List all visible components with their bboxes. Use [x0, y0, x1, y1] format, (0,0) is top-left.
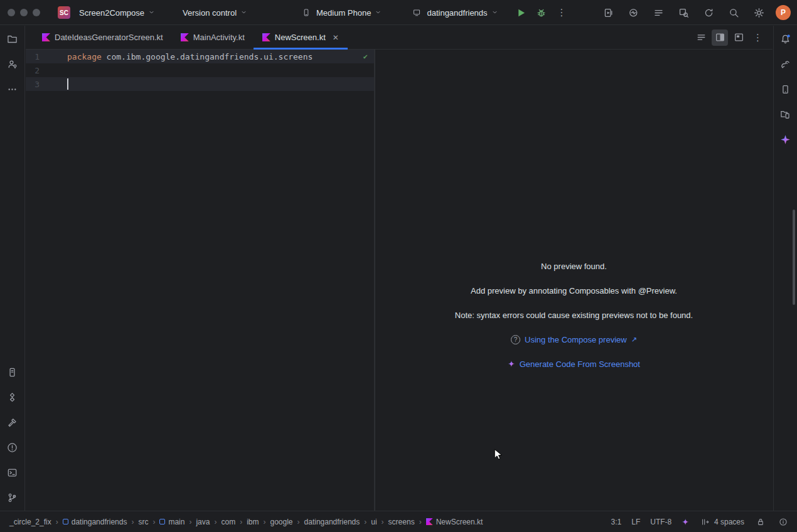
breadcrumb-chevron-icon: › [213, 518, 217, 526]
breadcrumb-chevron-icon: › [363, 518, 367, 526]
tab-label: NewScreen.kt [275, 33, 326, 42]
breadcrumb-chevron-icon: › [381, 518, 385, 526]
app-quality-insights-icon[interactable] [4, 389, 21, 405]
terminal-icon[interactable] [4, 464, 21, 481]
device-selector-label: Medium Phone [316, 8, 371, 18]
breadcrumb-chevron-icon: › [55, 518, 59, 526]
run-configuration-selector[interactable]: datingandfriends [407, 4, 501, 21]
generate-code-link[interactable]: Generate Code From Screenshot [520, 359, 640, 369]
tab-dateideasgeneratorscreen[interactable]: DateIdeasGeneratorScreen.kt [33, 26, 172, 49]
lock-icon[interactable] [754, 516, 767, 528]
breadcrumb-chevron-icon: › [419, 518, 422, 526]
app-inspection-icon[interactable] [675, 4, 692, 21]
version-control-menu[interactable]: Version control [179, 6, 251, 20]
close-tab-icon[interactable]: ✕ [333, 33, 339, 42]
breadcrumb-label: datingandfriends [304, 518, 360, 526]
device-explorer-icon[interactable] [4, 364, 21, 380]
encoding-widget[interactable]: UTF-8 [650, 518, 671, 526]
gemini-icon[interactable] [778, 131, 794, 147]
device-selector[interactable]: Medium Phone [296, 4, 385, 21]
build-icon[interactable] [4, 414, 21, 430]
breadcrumb-item[interactable]: datingandfriends [302, 516, 362, 528]
project-name: Screen2Compose [79, 8, 144, 18]
compose-preview-panel: No preview found. Add preview by annotat… [375, 50, 773, 511]
breadcrumb-item[interactable]: main [158, 516, 186, 528]
keyword-token: package [67, 52, 102, 61]
inspection-status-check-icon[interactable]: ✔ [363, 52, 368, 61]
breadcrumb-label: _circle_2_fix [9, 518, 51, 526]
code-editor[interactable]: 1 package com.ibm.google.datingandfriend… [26, 50, 374, 511]
gradle-icon[interactable] [778, 56, 794, 72]
indent-widget[interactable]: 4 spaces [699, 516, 744, 528]
tab-newscreen[interactable]: NewScreen.kt ✕ [254, 26, 348, 49]
project-selector[interactable]: Screen2Compose [75, 6, 159, 20]
debug-button[interactable] [533, 4, 550, 21]
run-button[interactable] [513, 4, 530, 21]
cursor-position-widget[interactable]: 3:1 [611, 518, 622, 526]
tab-mainactivity[interactable]: MainActivity.kt [172, 26, 254, 49]
breadcrumb-chevron-icon: › [131, 518, 134, 526]
compose-preview-help-link[interactable]: Using the Compose preview [525, 335, 627, 344]
breadcrumb-item[interactable]: java [194, 516, 211, 528]
search-icon[interactable] [725, 4, 742, 21]
main-area: DateIdeasGeneratorScreen.kt MainActivity… [26, 26, 773, 511]
breadcrumb-item[interactable]: src [136, 516, 150, 528]
breadcrumb-item[interactable]: ibm [245, 516, 260, 528]
breadcrumb-item[interactable]: google [268, 516, 294, 528]
problems-icon[interactable] [4, 439, 21, 455]
editor-tabbar: DateIdeasGeneratorScreen.kt MainActivity… [26, 26, 773, 50]
breadcrumb-item[interactable]: _circle_2_fix [8, 516, 53, 528]
module-device-icon [410, 6, 423, 19]
logcat-icon[interactable] [650, 4, 666, 21]
preview-note: Note: syntax errors could cause existing… [375, 311, 773, 320]
more-actions-button[interactable]: ⋮ [554, 7, 570, 18]
gradle-sync-icon[interactable] [700, 4, 717, 21]
editor-options-icon[interactable]: ⋮ [749, 32, 766, 43]
breadcrumb-label: ui [371, 518, 377, 526]
notifications-icon[interactable] [778, 31, 794, 47]
editor-line-1: 1 package com.ibm.google.datingandfriend… [26, 50, 374, 63]
user-avatar[interactable]: P [776, 5, 791, 20]
breadcrumb-label: screens [388, 518, 415, 526]
line-separator-widget[interactable]: LF [631, 518, 640, 526]
project-tool-icon[interactable] [4, 31, 21, 47]
device-manager-icon[interactable] [778, 81, 794, 97]
breadcrumb-item[interactable]: ui [369, 516, 378, 528]
code-view-icon[interactable] [693, 29, 709, 46]
design-view-icon[interactable] [730, 29, 747, 46]
info-circle-icon[interactable] [777, 516, 789, 528]
breadcrumb-chevron-icon: › [239, 518, 243, 526]
run-controls: ⋮ [513, 4, 570, 21]
more-tool-windows-icon[interactable] [4, 81, 21, 97]
gemini-status-icon[interactable]: ✦ [682, 517, 689, 527]
version-control-icon[interactable] [4, 489, 21, 506]
left-tool-stripe [0, 26, 25, 511]
breadcrumb-item[interactable]: NewScreen.kt [424, 516, 485, 528]
device-file-explorer-icon[interactable] [778, 106, 794, 122]
line-number: 3 [26, 80, 40, 89]
running-devices-icon[interactable] [600, 4, 616, 21]
breadcrumb-label: NewScreen.kt [436, 518, 483, 526]
breadcrumb-item[interactable]: datingandfriends [61, 516, 129, 528]
tab-label: MainActivity.kt [193, 33, 245, 42]
titlebar-left: SC Screen2Compose Version control [8, 0, 251, 25]
indent-icon [699, 516, 712, 528]
zoom-window-button[interactable] [33, 9, 40, 16]
breadcrumb-label: main [168, 518, 185, 526]
profiler-icon[interactable] [625, 4, 641, 21]
resource-manager-icon[interactable] [4, 56, 21, 72]
settings-icon[interactable] [751, 4, 767, 21]
kotlin-file-icon [181, 33, 189, 41]
scrollbar-thumb[interactable] [793, 210, 795, 305]
breadcrumb-item[interactable]: com [219, 516, 237, 528]
close-window-button[interactable] [8, 9, 15, 16]
version-control-label: Version control [183, 8, 237, 18]
window-controls [8, 9, 40, 16]
breadcrumb-item[interactable]: screens [387, 516, 417, 528]
android-studio-window: { "colors": { "accent": "#3574f0", "link… [0, 0, 797, 532]
split-view-icon[interactable] [712, 29, 728, 46]
titlebar: SC Screen2Compose Version control Medium… [0, 0, 797, 25]
minimize-window-button[interactable] [20, 9, 28, 16]
statusbar-widgets: 3:1 LF UTF-8 ✦ 4 spaces [611, 516, 789, 528]
editor-line-3: 3 [26, 77, 374, 91]
